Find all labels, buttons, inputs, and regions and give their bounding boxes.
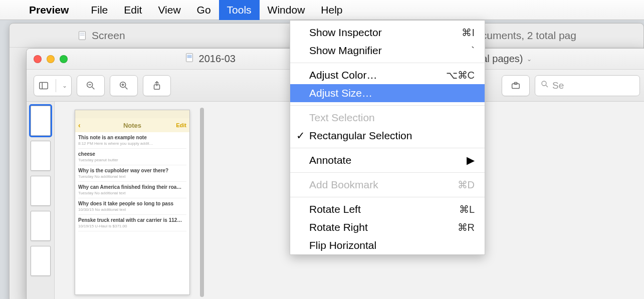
menu-edit[interactable]: Edit (116, 0, 150, 20)
search-placeholder: Se (552, 80, 564, 91)
menu-add-bookmark: Add Bookmark ⌘D (290, 176, 485, 194)
menu-separator (290, 63, 485, 63)
menu-show-magnifier[interactable]: Show Magnifier ` (290, 42, 485, 60)
page-thumbnail[interactable] (31, 141, 51, 171)
app-name[interactable]: Preview (29, 4, 69, 16)
back-icon: ‹ (78, 121, 81, 129)
menu-adjust-size[interactable]: Adjust Size… (290, 84, 485, 102)
submenu-arrow-icon: ▶ (467, 154, 475, 166)
svg-line-8 (92, 87, 95, 89)
menu-rotate-right[interactable]: Rotate Right ⌘R (290, 218, 485, 236)
phone-edit: Edit (176, 122, 186, 128)
phone-screenshot: ‹ Notes Edit This note is an example not… (75, 110, 190, 295)
svg-rect-5 (40, 82, 48, 89)
window-title-left: 2016-03 (199, 53, 236, 65)
phone-notes-list: This note is an example note8:12 PM Here… (75, 132, 189, 231)
search-input[interactable]: Se (535, 75, 640, 96)
svg-line-19 (546, 85, 548, 87)
menu-window[interactable]: Window (260, 0, 313, 20)
page-thumbnail[interactable] (31, 246, 51, 276)
menu-help[interactable]: Help (313, 0, 350, 20)
svg-rect-17 (514, 82, 517, 84)
scrollbar[interactable] (200, 108, 204, 297)
menu-separator (290, 105, 485, 106)
menu-adjust-color[interactable]: Adjust Color… ⌥⌘C (290, 66, 485, 84)
search-icon (540, 80, 549, 91)
svg-point-18 (542, 81, 546, 86)
svg-rect-1 (80, 33, 84, 34)
svg-rect-4 (187, 55, 191, 58)
menubar: Preview File Edit View Go Tools Window H… (0, 0, 644, 20)
zoom-in-button[interactable] (110, 75, 138, 96)
svg-line-11 (125, 87, 128, 89)
menu-annotate[interactable]: Annotate ▶ (290, 151, 485, 169)
page-thumbnail[interactable] (31, 176, 51, 206)
markup-toolbar-button[interactable] (502, 75, 530, 96)
phone-title: Notes (123, 122, 141, 129)
checkmark-icon: ✓ (296, 130, 305, 142)
tools-menu: Show Inspector ⌘I Show Magnifier ` Adjus… (290, 20, 485, 255)
page-thumbnail[interactable] (31, 106, 51, 136)
page-thumbnail[interactable] (31, 211, 51, 241)
sidebar-view-button[interactable]: ⌄ (34, 75, 72, 96)
menu-tools[interactable]: Tools (219, 0, 260, 20)
menu-rotate-left[interactable]: Rotate Left ⌘L (290, 200, 485, 218)
document-icon (77, 30, 88, 41)
menu-view[interactable]: View (150, 0, 188, 20)
background-title-left: Screen (92, 30, 125, 42)
menu-go[interactable]: Go (189, 0, 219, 20)
document-icon (184, 52, 195, 66)
menu-separator (290, 172, 485, 173)
minimize-button[interactable] (47, 55, 55, 63)
menu-separator (290, 197, 485, 197)
thumbnail-sidebar[interactable] (27, 102, 55, 299)
menu-file[interactable]: File (83, 0, 116, 20)
zoom-button[interactable] (60, 55, 68, 63)
share-button[interactable] (143, 75, 171, 96)
menu-separator (290, 148, 485, 148)
close-button[interactable] (34, 55, 42, 63)
svg-rect-2 (80, 35, 84, 36)
chevron-down-icon: ⌄ (62, 82, 67, 89)
menu-rectangular-selection[interactable]: ✓ Rectangular Selection (290, 127, 485, 145)
chevron-down-icon[interactable]: ⌄ (527, 56, 532, 63)
menu-show-inspector[interactable]: Show Inspector ⌘I (290, 24, 485, 42)
menu-flip-horizontal[interactable]: Flip Horizontal (290, 236, 485, 254)
window-controls (34, 55, 68, 63)
zoom-out-button[interactable] (77, 75, 105, 96)
menu-text-selection: Text Selection (290, 109, 485, 127)
